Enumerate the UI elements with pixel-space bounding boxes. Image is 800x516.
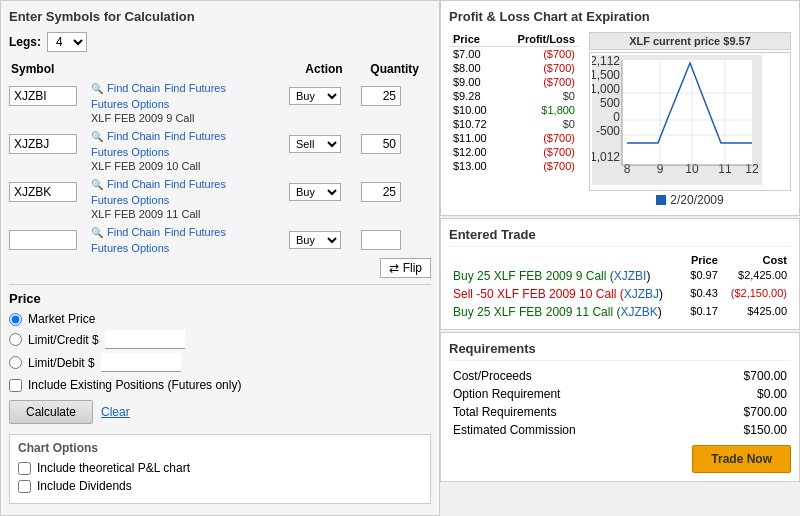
find-futures-link-4[interactable]: Find Futures [164, 226, 226, 238]
chart-options-title: Chart Options [18, 441, 422, 455]
include-dividends-checkbox[interactable] [18, 480, 31, 493]
pnl-title: Profit & Loss Chart at Expiration [449, 9, 791, 24]
limit-credit-radio[interactable] [9, 333, 22, 346]
futures-options-link-3[interactable]: Futures Options [91, 194, 169, 206]
action-select-1[interactable]: Buy Sell [289, 87, 341, 105]
include-existing-option: Include Existing Positions (Futures only… [9, 378, 431, 392]
action-select-3[interactable]: Buy Sell [289, 183, 341, 201]
symbol-input-2[interactable] [9, 134, 77, 154]
svg-text:500: 500 [600, 96, 620, 110]
find-chain-link-3[interactable]: Find Chain [107, 178, 160, 190]
legs-select[interactable]: 4 1 2 3 [47, 32, 87, 52]
pnl-col-price: Price [449, 32, 500, 47]
chart-area: XLF current price $9.57 2,112 1,500 1,00… [589, 32, 791, 207]
pnl-row: $9.00($700) [449, 75, 579, 89]
find-chain-link-2[interactable]: Find Chain [107, 130, 160, 142]
trade-col-price: Price [684, 253, 722, 267]
limit-debit-input[interactable] [101, 353, 181, 372]
flip-button[interactable]: ⇄ Flip [380, 258, 431, 278]
col-action: Action [289, 62, 359, 76]
symbol-desc-1: XLF FEB 2009 9 Call [9, 112, 431, 124]
svg-text:-500: -500 [596, 124, 620, 138]
req-value-cell: $150.00 [694, 421, 791, 439]
trade-price-cell: $0.17 [684, 303, 722, 321]
req-row: Option Requirement$0.00 [449, 385, 791, 403]
calculate-button[interactable]: Calculate [9, 400, 93, 424]
svg-rect-1 [622, 60, 752, 165]
req-label-cell: Option Requirement [449, 385, 694, 403]
qty-input-1[interactable] [361, 86, 401, 106]
trade-desc-cell: Buy 25 XLF FEB 2009 9 Call (XJZBI) [449, 267, 684, 285]
svg-text:-1,012: -1,012 [592, 150, 620, 164]
svg-text:2,112: 2,112 [592, 55, 620, 68]
qty-input-2[interactable] [361, 134, 401, 154]
symbol-input-4[interactable] [9, 230, 77, 250]
links-area-2: 🔍 Find Chain Find Futures Futures Option… [91, 130, 287, 158]
find-chain-link-4[interactable]: Find Chain [107, 226, 160, 238]
trade-table: Price Cost Buy 25 XLF FEB 2009 9 Call (X… [449, 253, 791, 321]
pnl-row: $13.00($700) [449, 159, 579, 173]
limit-credit-input[interactable] [105, 330, 185, 349]
search-icon-3: 🔍 [91, 179, 103, 190]
pnl-value-cell: ($700) [500, 145, 579, 159]
left-panel-title: Enter Symbols for Calculation [9, 9, 431, 24]
trade-symbol-link[interactable]: XJZBI [614, 269, 647, 283]
trade-action-text: Buy 25 XLF FEB 2009 9 Call ( [453, 269, 614, 283]
pnl-price-cell: $8.00 [449, 61, 500, 75]
pnl-content: Price Profit/Loss $7.00($700)$8.00($700)… [449, 32, 791, 207]
trade-desc-cell: Sell -50 XLF FEB 2009 10 Call (XJZBJ) [449, 285, 684, 303]
include-pl-checkbox[interactable] [18, 462, 31, 475]
action-select-2[interactable]: Sell Buy [289, 135, 341, 153]
limit-credit-label: Limit/Credit $ [28, 333, 99, 347]
include-dividends-option: Include Dividends [18, 479, 422, 493]
find-chain-area-1 [9, 86, 89, 106]
futures-options-link-4[interactable]: Futures Options [91, 242, 169, 254]
trade-suffix: ) [658, 305, 662, 319]
find-futures-link-1[interactable]: Find Futures [164, 82, 226, 94]
req-value-cell: $700.00 [694, 403, 791, 421]
market-price-radio[interactable] [9, 313, 22, 326]
include-pl-option: Include theoretical P&L chart [18, 461, 422, 475]
pnl-section: Profit & Loss Chart at Expiration Price … [440, 0, 800, 216]
find-chain-area-3 [9, 182, 89, 202]
action-select-4[interactable]: Buy Sell [289, 231, 341, 249]
links-area-4: 🔍 Find Chain Find Futures Futures Option… [91, 226, 287, 254]
limit-debit-radio[interactable] [9, 356, 22, 369]
pnl-price-cell: $11.00 [449, 131, 500, 145]
find-chain-link-1[interactable]: Find Chain [107, 82, 160, 94]
pnl-row: $7.00($700) [449, 47, 579, 62]
left-panel: Enter Symbols for Calculation Legs: 4 1 … [0, 0, 440, 516]
trade-now-button[interactable]: Trade Now [692, 445, 791, 473]
clear-button[interactable]: Clear [101, 400, 130, 424]
search-icon-1: 🔍 [91, 83, 103, 94]
search-icon-4: 🔍 [91, 227, 103, 238]
pnl-row: $8.00($700) [449, 61, 579, 75]
requirements-title: Requirements [449, 341, 791, 361]
entered-trade-section: Entered Trade Price Cost Buy 25 XLF FEB … [440, 218, 800, 330]
req-row: Cost/Proceeds$700.00 [449, 367, 791, 385]
qty-input-4[interactable] [361, 230, 401, 250]
symbol-inputs-1: 🔍 Find Chain Find Futures Futures Option… [9, 80, 431, 112]
trade-price-cell: $0.43 [684, 285, 722, 303]
symbol-input-3[interactable] [9, 182, 77, 202]
req-row: Total Requirements$700.00 [449, 403, 791, 421]
qty-input-3[interactable] [361, 182, 401, 202]
svg-text:12: 12 [745, 162, 759, 176]
trade-price-cell: $0.97 [684, 267, 722, 285]
find-futures-link-2[interactable]: Find Futures [164, 130, 226, 142]
col-quantity: Quantity [359, 62, 429, 76]
legs-label: Legs: [9, 35, 41, 49]
trade-cost-cell: ($2,150.00) [722, 285, 791, 303]
find-futures-link-3[interactable]: Find Futures [164, 178, 226, 190]
include-existing-checkbox[interactable] [9, 379, 22, 392]
find-chain-area-4 [9, 230, 89, 250]
trade-symbol-link[interactable]: XJZBK [620, 305, 657, 319]
futures-options-link-1[interactable]: Futures Options [91, 98, 169, 110]
req-label-cell: Estimated Commission [449, 421, 694, 439]
trade-row: Buy 25 XLF FEB 2009 9 Call (XJZBI)$0.97$… [449, 267, 791, 285]
trade-symbol-link[interactable]: XJZBJ [624, 287, 659, 301]
symbol-input-1[interactable] [9, 86, 77, 106]
pnl-value-cell: ($700) [500, 75, 579, 89]
futures-options-link-2[interactable]: Futures Options [91, 146, 169, 158]
symbols-header: Symbol Action Quantity [9, 62, 431, 76]
